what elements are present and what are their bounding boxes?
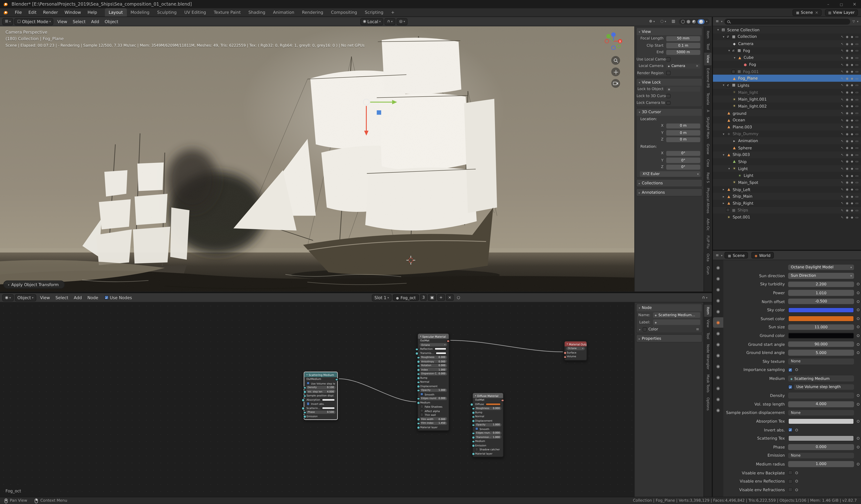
disable-render-icon[interactable]: ◆ <box>851 195 853 198</box>
sidebar-tab[interactable]: Mask Tools <box>704 372 712 395</box>
hide-viewport-icon[interactable]: ◉ <box>846 188 849 191</box>
node-row[interactable]: Octane <box>420 343 447 347</box>
operator-panel[interactable]: ▾ Apply Object Transform <box>3 280 65 289</box>
disable-render-icon[interactable]: ◆ <box>851 90 853 94</box>
property-field[interactable] <box>788 333 854 339</box>
hide-viewport-icon[interactable]: ◉ <box>846 104 849 108</box>
property-field[interactable]: Scattering Medium <box>788 376 854 381</box>
workspace-tab[interactable]: Sculpting <box>153 8 180 16</box>
property-field[interactable] <box>788 436 854 442</box>
keyframe-dot[interactable] <box>857 291 860 294</box>
node-row[interactable]: Smooth <box>418 392 449 396</box>
editor-type-button[interactable]: ◉▾ <box>2 294 14 301</box>
node-title[interactable]: Scattering Medium <box>304 372 337 377</box>
outliner-row[interactable]: Spot.001 ↖ ◉ ◆ ▭ <box>713 214 861 221</box>
node-panel-header[interactable]: ▾Node <box>637 304 702 311</box>
disable-viewport-icon[interactable]: ▭ <box>856 174 858 177</box>
new-material-button[interactable]: + <box>437 294 445 301</box>
disable-viewport-icon[interactable]: ▭ <box>856 146 858 149</box>
view-panel-header[interactable]: ▾View <box>637 28 702 35</box>
properties-tab[interactable]: ◉ <box>713 361 724 372</box>
sidebar-tab[interactable]: Item <box>704 28 712 41</box>
disable-viewport-icon[interactable]: ▭ <box>856 139 858 143</box>
disable-viewport-icon[interactable]: ▭ <box>856 160 858 163</box>
outliner-row[interactable]: Ship.003 ↖ ◉ ◆ ▭ <box>713 151 861 158</box>
outliner-row[interactable]: Cube ↖ ◉ ◆ ▭ <box>713 54 861 61</box>
property-field[interactable] <box>788 418 854 424</box>
selectable-icon[interactable]: ↖ <box>841 167 844 170</box>
property-checkbox[interactable] <box>788 385 793 389</box>
selectable-icon[interactable]: ↖ <box>841 98 844 101</box>
disable-render-icon[interactable]: ◆ <box>851 174 853 177</box>
slot-selector[interactable]: Slot 1▾ <box>372 294 392 301</box>
checkbox[interactable] <box>666 71 670 75</box>
sidebar-tab[interactable]: Extreme PB <box>704 66 712 90</box>
node-row[interactable]: Emission <box>473 443 503 448</box>
node-row[interactable]: Edges round 0.000 <box>420 397 447 400</box>
material-selector[interactable]: ● Fog_oct <box>393 294 419 301</box>
menubar-item[interactable]: Edit <box>25 8 40 17</box>
disable-render-icon[interactable]: ◆ <box>851 49 853 52</box>
properties-tab[interactable]: ◉ <box>713 295 724 306</box>
node-row[interactable]: Material layer <box>418 425 449 429</box>
unlink-material-button[interactable]: × <box>446 294 454 301</box>
sidebar-tab[interactable]: Grasw <box>704 142 712 157</box>
outliner-row[interactable]: Ship_Right ↖ ◉ ◆ ▭ <box>713 200 861 207</box>
property-field[interactable]: -0.500 <box>788 299 854 305</box>
node-row[interactable]: Octane <box>566 347 585 350</box>
proportional-editing-toggle[interactable]: ◎▾ <box>396 18 408 25</box>
checkbox[interactable] <box>666 94 670 98</box>
disable-render-icon[interactable]: ◆ <box>851 146 853 149</box>
sidebar-tab[interactable]: Node Wrangler <box>704 342 712 372</box>
node-title[interactable]: Specular Material <box>418 334 449 339</box>
shader-editor-canvas[interactable]: Scattering Medium OutMedium Use Volume s… <box>0 303 712 497</box>
hide-viewport-icon[interactable]: ◉ <box>846 70 849 73</box>
sidebar-tab[interactable]: Tessela <box>704 90 712 107</box>
disable-viewport-icon[interactable]: ▭ <box>856 215 858 219</box>
expand-arrow-icon[interactable] <box>732 56 737 59</box>
workspace-tab[interactable]: Animation <box>269 8 298 16</box>
sidebar-tab[interactable]: Item <box>704 305 712 317</box>
properties-tab[interactable]: ◉ <box>713 394 724 405</box>
node-row[interactable]: Transmissi… 1.000 <box>475 435 502 439</box>
field[interactable]: XYZ Euler <box>640 171 700 177</box>
disable-viewport-icon[interactable]: ▭ <box>856 125 858 129</box>
expand-arrow-icon[interactable] <box>721 153 726 156</box>
node-row[interactable]: Phase 0.500 <box>306 410 336 414</box>
outliner-row[interactable]: ground ↖ ◉ ◆ ▭ <box>713 110 861 117</box>
use-nodes-toggle[interactable]: Use Nodes <box>102 294 134 301</box>
collection-checkbox[interactable] <box>732 49 735 53</box>
sidebar-tab[interactable]: Crea <box>704 157 712 170</box>
node-row[interactable]: Normal <box>418 380 449 384</box>
selectable-icon[interactable]: ↖ <box>841 70 844 73</box>
disable-viewport-icon[interactable]: ▭ <box>856 201 858 205</box>
node-diffuse-material[interactable]: Diffuse Material OutMat Diffuse <box>472 392 504 457</box>
expand-arrow-icon[interactable] <box>721 201 726 205</box>
disable-viewport-icon[interactable]: ▭ <box>856 56 858 59</box>
disable-render-icon[interactable]: ◆ <box>851 70 853 73</box>
zoom-button[interactable] <box>611 56 620 65</box>
selectable-icon[interactable]: ↖ <box>841 90 844 94</box>
disable-viewport-icon[interactable]: ▭ <box>856 181 858 184</box>
property-field[interactable]: 5.000 <box>788 350 854 356</box>
outliner-row[interactable]: Ocean ↖ ◉ ◆ ▭ <box>713 117 861 124</box>
mode-selector[interactable]: ▢Object Mode▾ <box>14 18 53 25</box>
properties-tab[interactable]: ◉ <box>713 306 724 317</box>
outliner-row[interactable]: Ship_Dummy ↖ ◉ ◆ ▭ <box>713 130 861 137</box>
field[interactable]: 50 mm <box>666 36 700 41</box>
property-field[interactable]: None <box>788 410 854 416</box>
menubar-item[interactable]: File <box>11 8 25 17</box>
outliner-row[interactable]: Light ↖ ◉ ◆ ▭ <box>713 165 861 172</box>
selectable-icon[interactable]: ↖ <box>841 35 844 38</box>
property-field[interactable]: 0.000 <box>788 444 854 450</box>
snap-toggle[interactable]: ∩▾ <box>384 18 395 25</box>
selectable-icon[interactable]: ↖ <box>841 195 844 198</box>
node-row[interactable]: Smooth <box>473 427 503 431</box>
outliner-row[interactable]: Main_Spot ↖ ◉ ◆ ▭ <box>713 179 861 186</box>
property-field[interactable]: 2.200 <box>788 281 854 287</box>
node-row[interactable]: Affect alpha <box>418 409 449 413</box>
hide-viewport-icon[interactable]: ◉ <box>846 63 849 66</box>
sidebar-tab[interactable]: Octa <box>704 251 712 264</box>
field[interactable]: 0° <box>666 151 700 156</box>
disable-render-icon[interactable]: ◆ <box>851 84 853 87</box>
